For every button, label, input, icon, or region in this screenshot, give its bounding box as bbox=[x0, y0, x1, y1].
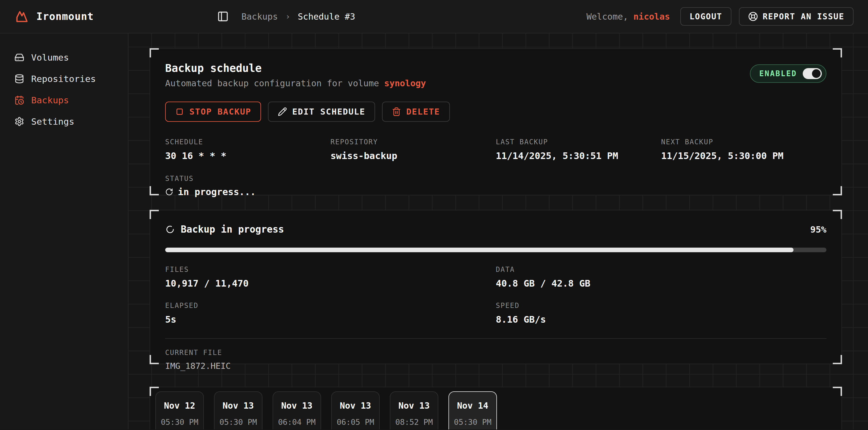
history-chip[interactable]: Nov 13 08:52 PM 92.2 GB bbox=[390, 391, 438, 429]
field-repository: REPOSITORY swiss-backup bbox=[331, 138, 496, 161]
rotate-cw-icon bbox=[165, 188, 173, 196]
current-file-label: CURRENT FILE bbox=[165, 349, 827, 357]
stat-value: 10,917 / 11,470 bbox=[165, 278, 496, 289]
history-chip-selected[interactable]: Nov 14 05:30 PM 92.2 GB bbox=[448, 391, 497, 429]
stat-speed: SPEED 8.16 GB/s bbox=[496, 302, 827, 325]
panel-subtitle: Automated backup configuration for volum… bbox=[165, 78, 426, 88]
welcome-text: Welcome, nicolas bbox=[586, 11, 670, 22]
history-chip[interactable]: Nov 13 05:30 PM 92.2 GB bbox=[214, 391, 262, 429]
mountain-logo-icon bbox=[14, 9, 29, 24]
history-time: 05:30 PM bbox=[215, 418, 262, 427]
brand[interactable]: Ironmount bbox=[14, 9, 94, 24]
sidebar-item-label: Backups bbox=[31, 95, 69, 105]
stop-square-icon bbox=[175, 107, 184, 116]
corner-bracket bbox=[150, 48, 159, 58]
stop-backup-button[interactable]: STOP BACKUP bbox=[165, 102, 261, 122]
history-chip[interactable]: Nov 13 06:04 PM 92.2 GB bbox=[273, 391, 321, 429]
history-time: 06:04 PM bbox=[273, 418, 320, 427]
volume-name: synology bbox=[384, 78, 426, 88]
field-last-backup: LAST BACKUP 11/14/2025, 5:30:51 PM bbox=[496, 138, 661, 161]
breadcrumb-backups[interactable]: Backups bbox=[241, 11, 278, 22]
history-date: Nov 13 bbox=[273, 401, 320, 411]
sidebar-item-repositories[interactable]: Repositories bbox=[0, 68, 128, 90]
trash-icon bbox=[392, 107, 401, 116]
current-file-value: IMG_1872.HEIC bbox=[165, 361, 827, 371]
enabled-toggle[interactable]: ENABLED bbox=[750, 64, 827, 83]
app-title: Ironmount bbox=[36, 11, 94, 22]
stat-label: ELAPSED bbox=[165, 302, 496, 310]
sidebar-toggle-button[interactable] bbox=[217, 11, 229, 22]
field-value: 11/14/2025, 5:30:51 PM bbox=[496, 151, 661, 161]
spinner-icon bbox=[165, 225, 175, 234]
sidebar: Volumes Repositories Backups Settings bbox=[0, 33, 128, 429]
history-date: Nov 13 bbox=[391, 401, 438, 411]
hard-drive-icon bbox=[14, 53, 24, 62]
field-label: STATUS bbox=[165, 175, 827, 183]
history-date: Nov 13 bbox=[332, 401, 379, 411]
backup-progress-panel: Backup in progress 95% FILES 10,917 / 11… bbox=[150, 210, 842, 364]
progress-percent: 95% bbox=[810, 224, 827, 235]
corner-bracket bbox=[833, 48, 842, 58]
corner-bracket bbox=[150, 355, 159, 364]
app-header: Ironmount Backups › Schedule #3 Welcome,… bbox=[0, 0, 868, 33]
corner-bracket bbox=[150, 186, 159, 195]
corner-bracket bbox=[150, 210, 159, 219]
history-time: 08:52 PM bbox=[391, 418, 438, 427]
field-value: swiss-backup bbox=[331, 151, 496, 161]
stat-value: 8.16 GB/s bbox=[496, 314, 827, 325]
panel-left-icon bbox=[217, 11, 229, 22]
history-time: 05:30 PM bbox=[156, 418, 203, 427]
sidebar-item-volumes[interactable]: Volumes bbox=[0, 47, 128, 68]
field-next-backup: NEXT BACKUP 11/15/2025, 5:30:00 PM bbox=[661, 138, 827, 161]
sidebar-item-settings[interactable]: Settings bbox=[0, 111, 128, 132]
history-date: Nov 14 bbox=[449, 401, 496, 411]
progress-bar bbox=[165, 247, 827, 252]
stat-elapsed: ELAPSED 5s bbox=[165, 302, 496, 325]
stat-value: 5s bbox=[165, 314, 496, 325]
pencil-icon bbox=[278, 107, 287, 116]
main-content: Backup schedule Automated backup configu… bbox=[128, 33, 868, 429]
breadcrumb: Backups › Schedule #3 bbox=[241, 11, 355, 22]
stat-files: FILES 10,917 / 11,470 bbox=[165, 265, 496, 289]
status-value: in progress... bbox=[178, 187, 256, 197]
field-label: SCHEDULE bbox=[165, 138, 331, 146]
toggle-knob bbox=[812, 69, 820, 78]
sidebar-item-backups[interactable]: Backups bbox=[0, 90, 128, 111]
stat-label: FILES bbox=[165, 265, 496, 273]
delete-button[interactable]: DELETE bbox=[382, 102, 450, 122]
sidebar-item-label: Volumes bbox=[31, 52, 69, 63]
history-date: Nov 13 bbox=[215, 401, 262, 411]
corner-bracket bbox=[833, 210, 842, 219]
logout-button[interactable]: LOGOUT bbox=[680, 7, 732, 26]
report-issue-button[interactable]: REPORT AN ISSUE bbox=[739, 7, 854, 26]
progress-title: Backup in progress bbox=[181, 224, 284, 235]
database-icon bbox=[14, 74, 24, 84]
field-value: 11/15/2025, 5:30:00 PM bbox=[661, 151, 827, 161]
username: nicolas bbox=[633, 11, 670, 22]
history-time: 06:05 PM bbox=[332, 418, 379, 427]
field-label: LAST BACKUP bbox=[496, 138, 661, 146]
history-chip[interactable]: Nov 12 05:30 PM 92.2 GB bbox=[155, 391, 204, 429]
backup-history-panel: Nov 12 05:30 PM 92.2 GB Nov 13 05:30 PM … bbox=[150, 387, 842, 429]
backup-schedule-panel: Backup schedule Automated backup configu… bbox=[150, 48, 842, 195]
history-date: Nov 12 bbox=[156, 401, 203, 411]
calendar-clock-icon bbox=[14, 95, 24, 105]
corner-bracket bbox=[833, 186, 842, 195]
progress-bar-fill bbox=[165, 247, 794, 252]
breadcrumb-separator: › bbox=[285, 12, 290, 21]
edit-schedule-button[interactable]: EDIT SCHEDULE bbox=[268, 102, 375, 122]
field-status: STATUS in progress... bbox=[165, 175, 827, 197]
corner-bracket bbox=[833, 355, 842, 364]
toggle-switch[interactable] bbox=[803, 68, 822, 79]
gear-icon bbox=[14, 117, 24, 126]
life-buoy-icon bbox=[748, 11, 758, 21]
field-value: 30 16 * * * bbox=[165, 151, 331, 161]
panel-title: Backup schedule bbox=[165, 62, 426, 74]
current-file-block: CURRENT FILE IMG_1872.HEIC bbox=[165, 338, 827, 371]
enabled-label: ENABLED bbox=[759, 69, 797, 78]
history-chip[interactable]: Nov 13 06:05 PM 92.2 GB bbox=[331, 391, 380, 429]
stat-value: 40.8 GB / 42.8 GB bbox=[496, 278, 827, 289]
breadcrumb-current: Schedule #3 bbox=[298, 11, 355, 22]
stat-label: DATA bbox=[496, 265, 827, 273]
history-time: 05:30 PM bbox=[449, 418, 496, 427]
